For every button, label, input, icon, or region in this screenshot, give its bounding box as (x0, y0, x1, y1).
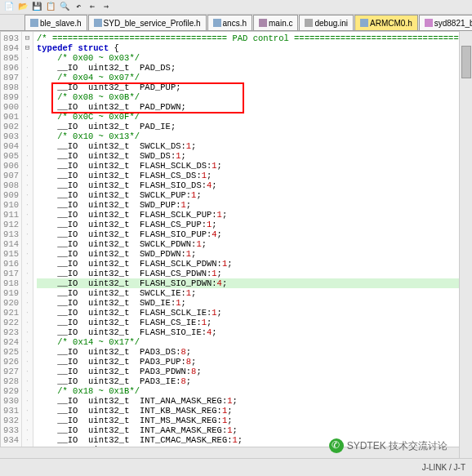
file-sct-icon (425, 19, 433, 27)
code-line[interactable]: __IO uint32_t SWCLK_IE:1; (37, 288, 471, 298)
code-line[interactable]: /* 0x08 ~ 0x0B*/ (37, 92, 471, 102)
scrollbar-thumb[interactable] (461, 46, 471, 78)
code-line[interactable]: __IO uint32_t SWD_PUP:1; (37, 200, 471, 210)
code-line[interactable]: __IO uint32_t INT_ANA_MASK_REG:1; (37, 396, 471, 406)
code-area[interactable]: /* ================================== PA… (33, 32, 471, 457)
code-line[interactable]: __IO uint32_t FLASH_SCLK_PDWN:1; (37, 259, 471, 269)
tab-ancs-h[interactable]: ancs.h (207, 15, 252, 30)
tool-undo-icon[interactable]: ↶ (73, 2, 84, 13)
file-ini-icon (305, 19, 313, 27)
tab-label: debug.ini (314, 19, 348, 28)
code-line[interactable]: __IO uint32_t PAD_IE; (37, 122, 471, 131)
code-line[interactable]: __IO uint32_t PAD3_IE:8; (37, 376, 471, 386)
file-h-icon (94, 19, 102, 27)
code-line[interactable]: __IO uint32_t FLASH_SCLK_PUP:1; (37, 210, 471, 220)
code-line[interactable]: __IO uint32_t PAD_PDWN; (37, 102, 471, 112)
tab-main-c[interactable]: main.c (253, 15, 298, 30)
code-line[interactable]: /* 0x14 ~ 0x17*/ (37, 337, 471, 347)
code-line[interactable]: __IO uint32_t PAD_DS; (37, 63, 471, 73)
tool-new-icon[interactable]: 📄 (3, 2, 15, 13)
tab-label: ancs.h (223, 19, 247, 28)
tab-ble_slave-h[interactable]: ble_slave.h (24, 15, 87, 30)
scrollbar-vertical[interactable] (459, 31, 472, 458)
tool-fwd-icon[interactable]: ⇒ (100, 2, 112, 13)
file-h-icon (30, 19, 38, 27)
code-line[interactable]: __IO uint32_t FLASH_SIO_PDWN:4; (37, 278, 471, 288)
code-line[interactable]: /* 0x18 ~ 0x1B*/ (37, 386, 471, 396)
code-line[interactable]: __IO uint32_t FLASH_CS_DS:1; (37, 171, 471, 180)
code-line[interactable]: __IO uint32_t SWD_IE:1; (37, 298, 471, 308)
code-line[interactable]: __IO uint32_t PAD_PUP; (37, 82, 471, 92)
file-c-icon (259, 19, 267, 27)
tab-label: main.c (269, 19, 292, 28)
code-line[interactable]: /* 0x04 ~ 0x07*/ (37, 73, 471, 82)
code-line[interactable]: __IO uint32_t SWCLK_PUP:1; (37, 190, 471, 200)
fold-gutter: ⊟⊟······································… (22, 32, 33, 457)
tab-debug-ini[interactable]: debug.ini (299, 15, 354, 30)
code-line[interactable]: __IO uint32_t FLASH_SCLK_IE:1; (37, 308, 471, 318)
file-h-icon (213, 19, 221, 27)
code-line[interactable]: __IO uint32_t PAD3_PUP:8; (37, 357, 471, 367)
code-line[interactable]: /* 0x10 ~ 0x13*/ (37, 131, 471, 141)
tab-label: SYD_ble_service_Profile.h (104, 19, 201, 28)
code-line[interactable]: __IO uint32_t FLASH_CS_IE:1; (37, 318, 471, 327)
code-line[interactable]: __IO uint32_t SWD_DS:1; (37, 151, 471, 161)
status-bar: J-LINK / J-T (0, 458, 472, 476)
code-line[interactable]: __IO uint32_t FLASH_SIO_IE:4; (37, 327, 471, 337)
code-editor: 8938948958968978988999009019029039049059… (0, 31, 472, 458)
tab-ARMCM0-h[interactable]: ARMCM0.h (354, 15, 418, 30)
tab-label: syd8821_band.sct (434, 19, 472, 28)
code-line[interactable]: __IO uint32_t SWD_PDWN:1; (37, 249, 471, 259)
tab-bar: ble_slave.hSYD_ble_service_Profile.hancs… (0, 15, 472, 31)
tool-find-icon[interactable]: 🔍 (59, 2, 70, 13)
code-line[interactable]: __IO uint32_t PAD3_DS:8; (37, 347, 471, 357)
tab-label: ARMCM0.h (370, 19, 412, 28)
code-line[interactable]: __IO uint32_t FLASH_CS_PDWN:1; (37, 269, 471, 278)
file-h-icon (360, 19, 368, 27)
line-gutter: 8938948958968978988999009019029039049059… (1, 32, 22, 457)
code-line[interactable]: /* ================================== PA… (37, 33, 471, 43)
tool-back-icon[interactable]: ⇐ (87, 2, 98, 13)
tab-label: ble_slave.h (40, 19, 82, 28)
tool-copy-icon[interactable]: 📋 (45, 2, 56, 13)
scrollbar-horizontal[interactable] (0, 447, 459, 458)
status-right: J-LINK / J-T (422, 463, 465, 472)
code-line[interactable]: /* 0x00 ~ 0x03*/ (37, 53, 471, 63)
code-line[interactable]: __IO uint32_t INT_AAR_MASK_REG:1; (37, 425, 471, 435)
code-line[interactable]: __IO uint32_t FLASH_SIO_PUP:4; (37, 229, 471, 239)
tab-syd8821_band-sct[interactable]: syd8821_band.sct (419, 15, 472, 30)
code-line[interactable]: __IO uint32_t FLASH_SCLK_DS:1; (37, 161, 471, 171)
toolbar: 📄 📂 💾 📋 🔍 ↶ ⇐ ⇒ (0, 0, 472, 15)
tab-SYD_ble_service_Profile-h[interactable]: SYD_ble_service_Profile.h (88, 15, 207, 30)
code-line[interactable]: __IO uint32_t INT_KB_MASK_REG:1; (37, 406, 471, 416)
code-line[interactable]: typedef struct { (37, 43, 471, 53)
code-line[interactable]: __IO uint32_t FLASH_SIO_DS:4; (37, 180, 471, 190)
code-line[interactable]: __IO uint32_t INT_CMAC_MASK_REG:1; (37, 435, 471, 445)
tool-open-icon[interactable]: 📂 (17, 2, 29, 13)
code-line[interactable]: __IO uint32_t SWCLK_PDWN:1; (37, 239, 471, 249)
code-line[interactable]: /* 0x0C ~ 0x0F*/ (37, 112, 471, 122)
code-line[interactable]: __IO uint32_t FLASH_CS_PUP:1; (37, 220, 471, 229)
code-line[interactable]: __IO uint32_t SWCLK_DS:1; (37, 141, 471, 151)
code-line[interactable]: __IO uint32_t INT_MS_MASK_REG:1; (37, 416, 471, 425)
code-line[interactable]: __IO uint32_t PAD3_PDWN:8; (37, 367, 471, 376)
tool-save-icon[interactable]: 💾 (31, 2, 42, 13)
